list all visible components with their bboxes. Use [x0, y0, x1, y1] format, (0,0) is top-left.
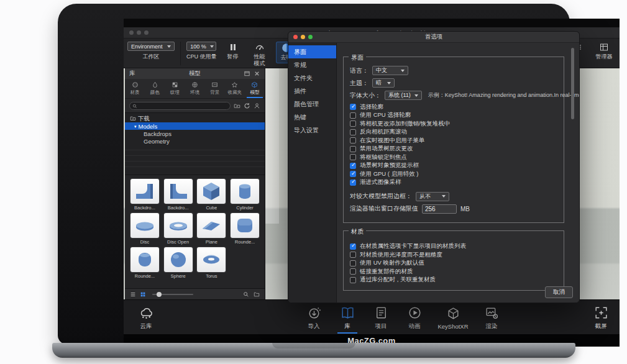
- library-tab-backgrounds[interactable]: 背景: [205, 79, 225, 98]
- tree-item-downloads[interactable]: 下载: [125, 115, 265, 122]
- model-thumbnail[interactable]: Sphere: [162, 247, 195, 279]
- library-tab-environments[interactable]: 环境: [185, 79, 204, 98]
- pref-tab-folders[interactable]: 文件夹: [288, 71, 336, 84]
- checkbox[interactable]: [350, 277, 356, 283]
- nav-project[interactable]: 项目: [366, 301, 396, 334]
- checkbox[interactable]: [350, 252, 356, 258]
- nav-library[interactable]: 库: [332, 301, 362, 334]
- checkbox-row[interactable]: 将枢轴锁定到焦点: [350, 153, 557, 161]
- theme-dropdown[interactable]: 暗: [372, 78, 395, 88]
- checkbox[interactable]: [350, 260, 356, 266]
- pref-tab-import-settings[interactable]: 导入设置: [288, 124, 336, 137]
- model-thumbnail[interactable]: Cube: [196, 179, 228, 211]
- model-thumbnail[interactable]: Plane: [196, 213, 228, 245]
- library-search-input[interactable]: [129, 102, 231, 110]
- checkbox-row[interactable]: 场景树对象预览提示框: [350, 162, 557, 170]
- dialog-minimize-button[interactable]: [301, 35, 305, 39]
- dialog-scrollbar[interactable]: [571, 48, 574, 119]
- checkbox-row[interactable]: 禁用场景树层次更改: [350, 145, 557, 153]
- cpu-usage-dropdown[interactable]: 100 %: [186, 42, 216, 51]
- checkbox[interactable]: [350, 121, 356, 127]
- cancel-button[interactable]: 取消: [545, 286, 573, 298]
- checkbox-row[interactable]: 选择轮廓: [350, 103, 557, 111]
- checkbox[interactable]: [350, 163, 356, 169]
- checkbox-row[interactable]: 反向相机距离滚动: [350, 129, 557, 136]
- dialog-close-button[interactable]: [293, 35, 298, 39]
- environment-dropdown[interactable]: Environment: [127, 42, 175, 51]
- slider-knob[interactable]: [157, 292, 162, 297]
- bottom-toolbar: 云库 导入 库 项目 动画 KeyShotXR 渲染: [124, 299, 620, 334]
- checkbox-row[interactable]: 通过库分配时 , 关联重复材质: [350, 276, 557, 284]
- model-thumbnail[interactable]: Rounde...: [229, 213, 261, 245]
- thumbnail-size-slider[interactable]: [152, 294, 193, 295]
- undock-icon[interactable]: [244, 70, 250, 77]
- checkbox-row[interactable]: 在材质属性选项卡下显示项目的材质列表: [350, 243, 557, 250]
- list-view-icon[interactable]: [130, 291, 136, 298]
- checkbox-row[interactable]: 使用 GPU ( 启用特效 ): [350, 170, 557, 178]
- account-icon[interactable]: [254, 102, 260, 109]
- language-dropdown[interactable]: 中文: [372, 66, 408, 75]
- library-tab-textures[interactable]: 纹理: [165, 79, 185, 98]
- folder-icon[interactable]: [254, 291, 260, 298]
- dialog-zoom-button[interactable]: [308, 35, 313, 39]
- performance-mode-button[interactable]: 性能模式: [249, 42, 270, 67]
- model-thumbnail[interactable]: Disc Open: [162, 213, 195, 245]
- pref-tab-hotkeys[interactable]: 热键: [288, 111, 336, 124]
- model-thumbnail[interactable]: Cylinder: [229, 179, 261, 211]
- checkbox[interactable]: [350, 146, 356, 152]
- checkbox-row[interactable]: 使用 CPU 选择轮廓: [350, 112, 557, 119]
- import-folder-icon[interactable]: [234, 102, 240, 109]
- model-thumbnail[interactable]: Torus: [196, 247, 228, 279]
- nav-cloud-library[interactable]: 云库: [131, 301, 161, 334]
- library-tab-models[interactable]: 模型: [245, 79, 265, 98]
- outline-disable-dropdown[interactable]: 从不: [416, 192, 449, 201]
- checkbox[interactable]: [350, 180, 356, 186]
- checkbox[interactable]: [350, 154, 356, 160]
- checkbox[interactable]: [350, 104, 356, 110]
- checkbox-row[interactable]: 将相机更改添加到撤销/恢复堆栈中: [350, 120, 557, 127]
- library-tab-materials[interactable]: 材质: [125, 79, 145, 98]
- pref-tab-plugins[interactable]: 插件: [288, 84, 336, 98]
- pref-tab-interface[interactable]: 界面: [288, 45, 336, 58]
- checkbox[interactable]: [350, 243, 356, 250]
- tree-item-backdrops[interactable]: Backdrops: [125, 130, 265, 137]
- pause-button[interactable]: 暂停: [222, 42, 244, 60]
- tree-item-geometry[interactable]: Geometry: [125, 137, 265, 145]
- viewport-highlight: [265, 68, 279, 224]
- library-tab-favorites[interactable]: 收藏夹: [225, 79, 245, 98]
- nav-screenshot[interactable]: 截屏: [586, 301, 616, 334]
- nav-render[interactable]: 渲染: [477, 301, 506, 334]
- model-thumbnail[interactable]: Backdro...: [129, 179, 161, 211]
- checkbox[interactable]: [350, 268, 356, 275]
- checkbox-row[interactable]: 在实时视图中启用子菜单: [350, 137, 557, 144]
- zoom-icon[interactable]: [243, 291, 249, 298]
- manager-button[interactable]: 管理器: [593, 42, 615, 60]
- model-thumbnail[interactable]: Backdro...: [162, 179, 195, 211]
- grid-view-icon[interactable]: [140, 291, 146, 298]
- models-icon: [251, 81, 258, 88]
- checkbox[interactable]: [350, 137, 356, 143]
- tree-item-models[interactable]: ▾ Models: [125, 122, 265, 130]
- material-group: 材质 在材质属性选项卡下显示项目的材质列表 对材质使用光泽度而不是粗糙度 使用 …: [343, 230, 564, 291]
- library-tab-colors[interactable]: 颜色: [145, 79, 165, 98]
- checkbox-row[interactable]: 渐进式图像采样: [350, 179, 557, 186]
- pref-tab-general[interactable]: 常规: [288, 58, 336, 71]
- toolbar-divider: [180, 42, 181, 65]
- checkbox[interactable]: [350, 171, 356, 177]
- checkbox-row[interactable]: 对材质使用光泽度而不是粗糙度: [350, 251, 557, 258]
- font-size-dropdown[interactable]: 系统 (11): [385, 91, 422, 100]
- checkbox[interactable]: [350, 129, 356, 135]
- checkbox[interactable]: [350, 112, 356, 119]
- nav-animation[interactable]: 动画: [400, 301, 429, 334]
- nav-keyshotxr[interactable]: KeyShotXR: [433, 301, 473, 334]
- refresh-icon[interactable]: [244, 102, 250, 109]
- pref-tab-color-management[interactable]: 颜色管理: [288, 98, 336, 111]
- model-thumbnail[interactable]: Rounde...: [129, 247, 161, 279]
- checkbox-row[interactable]: 使用 UV 映射作为默认值: [350, 260, 557, 267]
- buffer-limit-input[interactable]: [422, 204, 457, 214]
- model-thumbnail[interactable]: Disc: [129, 213, 161, 245]
- close-panel-icon[interactable]: [254, 70, 260, 77]
- nav-import[interactable]: 导入: [299, 301, 329, 334]
- dialog-titlebar[interactable]: 首选项: [288, 32, 579, 43]
- checkbox-row[interactable]: 链接重复部件的材质: [350, 268, 557, 275]
